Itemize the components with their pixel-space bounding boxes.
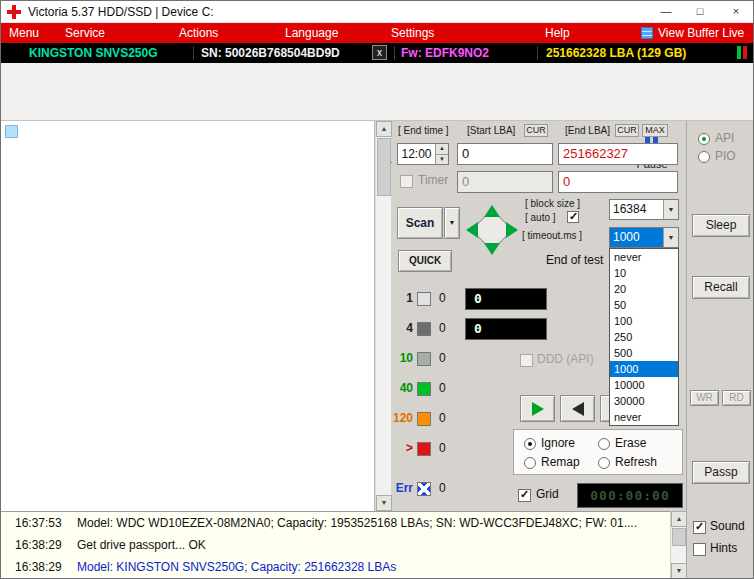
passp-button[interactable]: Passp: [692, 461, 750, 484]
wr-button[interactable]: WR: [690, 390, 719, 406]
speed-block-orange: [417, 412, 431, 426]
dropdown-option[interactable]: 30000: [610, 393, 678, 409]
pio-radio[interactable]: [698, 151, 710, 163]
arrow-left-icon[interactable]: [466, 222, 478, 238]
timer-end-input[interactable]: 0: [558, 171, 678, 193]
api-radio[interactable]: [698, 133, 710, 145]
menu-item-menu[interactable]: Menu: [9, 23, 39, 43]
divider: [394, 46, 395, 60]
log-panel: 16:37:53 Model: WDC WD10EZEX-08M2NA0; Ca…: [1, 511, 686, 579]
grid-checkbox[interactable]: [518, 489, 531, 502]
device-close-button[interactable]: x: [372, 45, 387, 60]
timer-start-input[interactable]: 0: [457, 171, 553, 193]
play-icon: [532, 402, 544, 416]
dropdown-option[interactable]: 500: [610, 345, 678, 361]
end-lba-max-button[interactable]: MAX: [642, 124, 668, 137]
end-lba-cur-button[interactable]: CUR: [615, 124, 639, 137]
timeout-combo[interactable]: 1000 ▼: [609, 227, 679, 248]
speed-count: 0: [439, 381, 446, 395]
seek-nav-cluster[interactable]: [465, 204, 519, 256]
hints-checkbox[interactable]: [693, 543, 706, 556]
menu-item-service[interactable]: Service: [65, 23, 105, 43]
timeout-value: 1000: [610, 228, 663, 247]
minimize-button[interactable]: —: [649, 1, 683, 23]
dropdown-option[interactable]: 50: [610, 297, 678, 313]
maximize-button[interactable]: □: [683, 1, 717, 23]
sound-checkbox[interactable]: [693, 521, 706, 534]
sleep-button[interactable]: Sleep: [692, 214, 750, 237]
refresh-radio[interactable]: [598, 457, 610, 469]
auto-checkbox[interactable]: [567, 211, 579, 223]
dropdown-option[interactable]: 100: [610, 313, 678, 329]
title-bar: Victoria 5.37 HDD/SSD | Device C: — □ ×: [1, 1, 754, 23]
close-button[interactable]: ×: [717, 1, 754, 23]
scan-scrollbar[interactable]: ▲ ▼: [375, 121, 391, 511]
menu-item-actions[interactable]: Actions: [179, 23, 218, 43]
speed-block-red: [417, 442, 431, 456]
start-lba-cur-button[interactable]: CUR: [524, 124, 548, 137]
scrollbar-thumb[interactable]: [672, 528, 686, 546]
menu-item-language[interactable]: Language: [285, 23, 338, 43]
log-line: 16:38:29 Model: KINGSTON SNVS250G; Capac…: [1, 560, 661, 576]
block-size-value: 16384: [610, 200, 663, 219]
scroll-down-icon[interactable]: ▼: [376, 495, 392, 511]
dropdown-option-selected[interactable]: 1000: [610, 361, 678, 377]
scrollbar-thumb[interactable]: [377, 138, 391, 196]
device-serial: SN: 50026B768504BD9D: [201, 43, 340, 63]
device-capacity: 251662328 LBA (129 GB): [546, 43, 686, 63]
speed-threshold-label: 40: [391, 381, 413, 395]
dropdown-option[interactable]: 10000: [610, 377, 678, 393]
log-time: 16:38:29: [15, 538, 62, 552]
arrow-right-icon[interactable]: [506, 222, 518, 238]
scroll-up-icon[interactable]: ▲: [376, 121, 392, 137]
timer-checkbox[interactable]: [400, 175, 413, 188]
spin-down-icon[interactable]: ▼: [435, 154, 448, 164]
rd-button[interactable]: RD: [722, 390, 751, 406]
quick-button[interactable]: QUICK: [398, 250, 452, 272]
log-line: 16:38:29 Get drive passport... OK: [1, 538, 661, 554]
remap-radio[interactable]: [524, 457, 536, 469]
log-scrollbar[interactable]: ▲ ▼: [670, 511, 686, 579]
ddd-api-checkbox[interactable]: [520, 354, 533, 367]
end-time-label: [ End time ]: [398, 125, 449, 136]
recall-button[interactable]: Recall: [692, 276, 750, 299]
log-time: 16:37:53: [15, 516, 62, 530]
scroll-up-icon[interactable]: ▲: [671, 511, 687, 527]
combo-arrow-icon[interactable]: ▼: [663, 228, 678, 247]
dropdown-option[interactable]: 10: [610, 265, 678, 281]
divider: [537, 46, 538, 60]
scan-dropdown-button[interactable]: ▼: [444, 207, 460, 239]
timeout-label: [ timeout.ms ]: [522, 230, 582, 241]
scan-map-area: [1, 121, 375, 511]
divider: [193, 46, 194, 60]
block-size-combo[interactable]: 16384 ▼: [609, 199, 679, 220]
refresh-label: Refresh: [615, 455, 657, 469]
end-lba-input[interactable]: 251662327: [558, 143, 678, 165]
speed-threshold-label: 1: [391, 291, 413, 305]
dropdown-option[interactable]: never: [610, 249, 678, 265]
back-button[interactable]: [560, 395, 595, 422]
back-icon: [572, 402, 584, 416]
start-lba-input[interactable]: 0: [457, 143, 553, 165]
spin-up-icon[interactable]: ▲: [435, 144, 448, 154]
speed-count: 0: [439, 411, 446, 425]
dropdown-option[interactable]: 250: [610, 329, 678, 345]
menu-item-help[interactable]: Help: [545, 23, 570, 43]
end-time-spinner[interactable]: 12:00 ▲ ▼: [397, 143, 449, 165]
menu-item-settings[interactable]: Settings: [391, 23, 434, 43]
arrow-down-icon[interactable]: [484, 243, 500, 255]
combo-arrow-icon[interactable]: ▼: [663, 200, 678, 219]
dropdown-option[interactable]: never: [610, 409, 678, 425]
erase-radio[interactable]: [598, 438, 610, 450]
scroll-down-icon[interactable]: ▼: [671, 563, 687, 579]
arrow-up-icon[interactable]: [484, 205, 500, 217]
activity-bars-icon: [737, 46, 749, 60]
scan-block: [5, 125, 18, 138]
dropdown-option[interactable]: 20: [610, 281, 678, 297]
device-firmware: Fw: EDFK9NO2: [401, 43, 489, 63]
scan-button[interactable]: Scan: [397, 207, 443, 239]
start-button[interactable]: [520, 395, 555, 422]
block-size-label: [ block size ]: [525, 198, 580, 209]
elapsed-time-value: 000:00:00: [578, 484, 682, 507]
ignore-radio[interactable]: [524, 438, 536, 450]
